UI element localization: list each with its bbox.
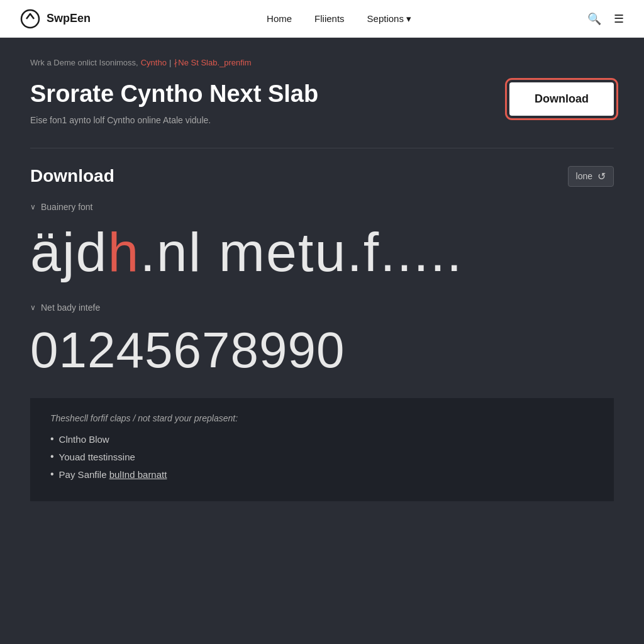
subsection-toggle-1[interactable]: ∨ Buainery font [30, 202, 614, 212]
brand-name: SwpEen [47, 12, 91, 25]
title-section: Srorate Cyntho Next Slab Eise fon1 aynto… [30, 80, 614, 125]
info-list-item-2-text: Youad ttestinssine [59, 452, 135, 462]
font-subsection-2: ∨ Net bady intefe 01245678990 [30, 303, 614, 378]
info-list-item-1: Clntho Blow [50, 433, 594, 445]
font-preview-1: äjdh.nl metu.f..... [30, 222, 614, 283]
info-list: Clntho Blow Youad ttestinssine Pay Sanfi… [50, 433, 594, 480]
main-content: Wrk a Deme onlict Isonimoss, Cyntho | ∤N… [0, 38, 644, 521]
chevron-down-icon: ▾ [406, 13, 411, 25]
menu-icon[interactable]: ☰ [614, 12, 624, 26]
subsection-toggle-2[interactable]: ∨ Net bady intefe [30, 303, 614, 313]
page-title: Srorate Cyntho Next Slab [30, 80, 484, 109]
subsection-label-1: Buainery font [41, 202, 93, 212]
breadcrumb: Wrk a Deme onlict Isonimoss, Cyntho | ∤N… [30, 58, 614, 67]
svg-point-0 [21, 10, 39, 28]
nav-clients[interactable]: Fliients [314, 13, 345, 24]
brand-logo-icon [20, 9, 40, 29]
nav-links: Home Fliients Septions ▾ [267, 13, 411, 25]
reset-control[interactable]: lone ↺ [568, 166, 614, 187]
info-section: Theshecll forfif claps / not stard your … [30, 398, 614, 501]
info-list-underline-text: bulInd barnatt [109, 469, 167, 480]
breadcrumb-active[interactable]: Cyntho [141, 58, 167, 67]
info-list-item-3-text[interactable]: Pay Sanfile bulInd barnatt [59, 469, 167, 480]
info-list-item-1-text: Clntho Blow [59, 434, 109, 445]
subsection-label-2: Net bady intefe [41, 303, 100, 313]
nav-icons: 🔍 ☰ [587, 12, 624, 26]
nav-home[interactable]: Home [267, 13, 292, 24]
search-icon[interactable]: 🔍 [587, 12, 601, 26]
breadcrumb-separator: | [169, 58, 171, 67]
title-block: Srorate Cyntho Next Slab Eise fon1 aynto… [30, 80, 484, 125]
chevron-icon-1: ∨ [30, 203, 36, 211]
navbar: SwpEen Home Fliients Septions ▾ 🔍 ☰ [0, 0, 644, 38]
breadcrumb-prefix: Wrk a Deme onlict Isonimoss, [30, 58, 138, 67]
info-list-item-3: Pay Sanfile bulInd barnatt [50, 469, 594, 480]
reset-label: lone [576, 171, 592, 181]
download-section-header: Download lone ↺ [30, 166, 614, 187]
info-description: Theshecll forfif claps / not stard your … [50, 413, 594, 423]
font-preview-2: 01245678990 [30, 323, 614, 378]
breadcrumb-rest[interactable]: ∤Ne St Slab._prenfim [174, 58, 251, 67]
reset-icon: ↺ [597, 170, 606, 182]
nav-sections[interactable]: Septions ▾ [367, 13, 411, 25]
hero-download-button[interactable]: Download [509, 82, 614, 116]
section-divider [30, 148, 614, 148]
info-list-item-2: Youad ttestinssine [50, 451, 594, 462]
highlight-letter: h [108, 221, 140, 283]
download-section-title: Download [30, 166, 114, 186]
page-subtitle: Eise fon1 aynto lolf Cyntho online Atale… [30, 115, 484, 125]
chevron-icon-2: ∨ [30, 303, 36, 312]
font-subsection-1: ∨ Buainery font äjdh.nl metu.f..... [30, 202, 614, 283]
brand[interactable]: SwpEen [20, 9, 91, 29]
